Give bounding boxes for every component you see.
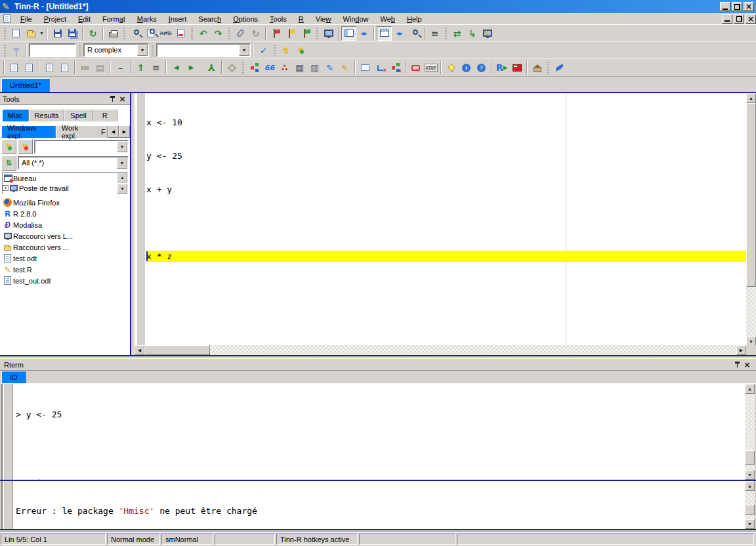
run-selection-button[interactable]: ↯ bbox=[278, 43, 293, 58]
sync-button-disabled[interactable]: ↻ bbox=[248, 26, 263, 41]
open-dropdown-arrow[interactable]: ▼ bbox=[39, 26, 45, 41]
flag-yellow-button[interactable] bbox=[284, 26, 299, 41]
previous-button[interactable]: ◀ bbox=[169, 60, 184, 75]
editor-horizontal-scrollbar[interactable]: ◀ ▶ bbox=[135, 345, 746, 355]
toolbar-grip[interactable] bbox=[316, 28, 318, 39]
mdi-close-button[interactable]: × bbox=[746, 14, 756, 24]
reopen-button[interactable]: ↻ bbox=[85, 26, 100, 41]
send-to-r-console-button[interactable]: R▶ bbox=[494, 60, 509, 75]
scrollbar-track[interactable] bbox=[746, 287, 756, 337]
objects-button[interactable] bbox=[247, 60, 262, 75]
mdi-document-icon[interactable] bbox=[3, 14, 10, 23]
move-up-button[interactable]: ⇑ bbox=[133, 60, 148, 75]
run-filter-button[interactable]: ↯ bbox=[1, 139, 16, 154]
menu-edit[interactable]: Edit bbox=[72, 14, 96, 24]
tools-pin-button[interactable] bbox=[108, 94, 117, 104]
menu-insert[interactable]: Insert bbox=[163, 14, 193, 24]
attach-button[interactable] bbox=[233, 26, 248, 41]
folder-tree-list[interactable]: Bureau + Poste de travail bbox=[3, 173, 117, 194]
info-button[interactable]: i bbox=[459, 60, 474, 75]
clear-objects-button[interactable] bbox=[388, 60, 403, 75]
tree-expander[interactable]: + bbox=[3, 185, 9, 191]
inspect-button[interactable]: 66 bbox=[262, 60, 277, 75]
menu-web[interactable]: Web bbox=[375, 14, 401, 24]
tab-r[interactable]: R bbox=[93, 109, 117, 121]
mdi-restore-button[interactable] bbox=[734, 14, 744, 24]
spellcheck-button[interactable]: ✓ bbox=[256, 43, 271, 58]
toolbar-grip[interactable] bbox=[445, 28, 447, 39]
window-rect-button[interactable] bbox=[358, 60, 373, 75]
menu-view[interactable]: View bbox=[310, 14, 337, 24]
menu-window[interactable]: Window bbox=[337, 14, 374, 24]
find-in-document-button[interactable] bbox=[143, 26, 158, 41]
file-item-modalisa[interactable]: Ð Modalisa bbox=[2, 219, 129, 230]
toolbar-grip[interactable] bbox=[547, 62, 549, 74]
toolbar-grip[interactable] bbox=[152, 45, 154, 56]
scroll-down-button[interactable]: ▼ bbox=[745, 470, 755, 480]
combo-dropdown-arrow[interactable]: ▼ bbox=[239, 45, 249, 56]
find-button[interactable] bbox=[128, 26, 143, 41]
tab-misc[interactable]: Misc bbox=[2, 109, 29, 121]
working-dir-button[interactable] bbox=[530, 60, 545, 75]
scrollbar-thumb[interactable] bbox=[745, 450, 755, 465]
scrollbar-track[interactable] bbox=[745, 394, 755, 450]
file-item-r280[interactable]: R R 2.8.0 bbox=[2, 208, 129, 219]
save-button[interactable] bbox=[50, 26, 65, 41]
menu-marks[interactable]: Marks bbox=[131, 14, 163, 24]
scroll-up-button[interactable]: ▲ bbox=[745, 384, 755, 394]
scroll-down-button[interactable]: ▼ bbox=[745, 519, 755, 529]
open-file-button[interactable] bbox=[24, 26, 39, 41]
print-button[interactable] bbox=[106, 26, 121, 41]
list-button-disabled[interactable]: ≔ bbox=[77, 60, 93, 75]
tree-item-bureau[interactable]: Bureau bbox=[3, 173, 117, 183]
rterm-launch-button[interactable]: ↯ bbox=[480, 26, 495, 41]
send-right-button-disabled[interactable] bbox=[57, 60, 72, 75]
close-document-button[interactable] bbox=[173, 26, 188, 41]
scrollbar-thumb[interactable] bbox=[746, 103, 756, 287]
console-vertical-scrollbar[interactable]: ▲ ▼ bbox=[745, 384, 755, 480]
menu-tools[interactable]: Tools bbox=[264, 14, 293, 24]
stop-filter-button[interactable]: ↯ bbox=[18, 139, 33, 154]
minimize-button[interactable] bbox=[720, 2, 730, 11]
replace-button[interactable]: A⇄B bbox=[158, 26, 173, 41]
scrollbar-track[interactable] bbox=[745, 465, 755, 470]
error-log[interactable]: Erreur : le package 'Hmisc' ne peut être… bbox=[1, 481, 755, 529]
run-and-advance-button[interactable]: ↯ bbox=[293, 43, 308, 58]
dash-button[interactable]: – bbox=[113, 60, 128, 75]
lines-button[interactable]: ≡ bbox=[148, 60, 163, 75]
r-console[interactable]: > y <- 25 > x + y [1] 35 > x * z > ▲ ▼ bbox=[1, 384, 755, 480]
clear-graphics-button[interactable] bbox=[373, 60, 388, 75]
plot-button[interactable]: ∴ bbox=[277, 60, 292, 75]
help-button[interactable]: ? bbox=[474, 60, 489, 75]
file-item-test-out-odt[interactable]: test_out.odt bbox=[2, 275, 129, 286]
rterm-pin-button[interactable] bbox=[732, 360, 742, 369]
subtab-scroll-left-button[interactable]: ◀ bbox=[108, 125, 119, 138]
combo-dropdown-arrow[interactable]: ▼ bbox=[117, 158, 127, 169]
code-editor[interactable]: x <- 10 y <- 25 x + y x * z ▲ ▼ ◀ ▶ bbox=[135, 93, 756, 355]
edit-blue-button[interactable]: ✎ bbox=[322, 60, 337, 75]
scroll-up-button[interactable]: ▲ bbox=[745, 481, 755, 491]
subtab-work-explorer[interactable]: Work expl. bbox=[56, 125, 98, 138]
tree-scroll-down-button[interactable]: ▼ bbox=[117, 184, 127, 194]
file-mask-combo[interactable]: All (*.*) ▼ bbox=[18, 156, 129, 170]
syntax-combo[interactable]: R complex ▼ bbox=[83, 43, 149, 57]
tab-io[interactable]: IO bbox=[1, 371, 26, 383]
swap-button[interactable]: ⇄ bbox=[450, 26, 465, 41]
anchor-button[interactable]: Y bbox=[204, 60, 219, 75]
combo-dropdown-arrow[interactable]: ▼ bbox=[137, 45, 148, 56]
scrollbar-track[interactable] bbox=[745, 491, 755, 505]
close-button[interactable]: × bbox=[744, 2, 754, 11]
restore-button[interactable] bbox=[732, 2, 742, 11]
scrollbar-thumb[interactable] bbox=[745, 505, 755, 515]
toggle-bottom-panel-button[interactable] bbox=[377, 26, 392, 41]
toolbar-grip[interactable] bbox=[274, 45, 276, 56]
subtab-clipped[interactable]: F bbox=[98, 125, 108, 138]
flag-red-button[interactable] bbox=[268, 26, 284, 41]
tools-close-button[interactable]: × bbox=[117, 94, 127, 104]
doc-format-right-button[interactable] bbox=[22, 60, 37, 75]
rterm-close-button[interactable]: × bbox=[742, 360, 752, 369]
mdi-minimize-button[interactable] bbox=[722, 14, 732, 24]
scrollbar-track[interactable] bbox=[210, 345, 736, 355]
menu-search[interactable]: Search bbox=[192, 14, 227, 24]
scroll-right-button[interactable]: ▶ bbox=[736, 345, 746, 355]
